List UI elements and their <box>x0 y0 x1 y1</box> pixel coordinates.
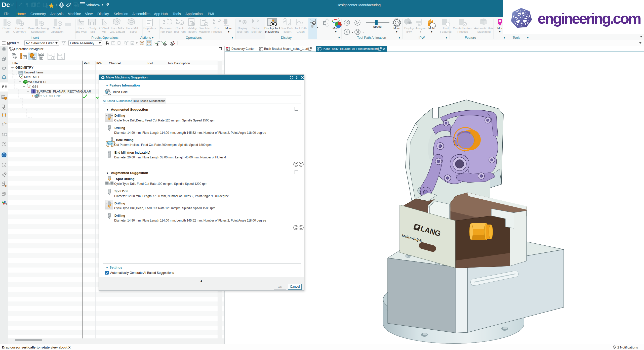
svg-text:SURFACE_PLANAR_RECTANGULAR: SURFACE_PLANAR_RECTANGULAR <box>36 90 91 93</box>
svg-text:y: y <box>30 84 31 86</box>
svg-text:G54: G54 <box>32 85 38 89</box>
svg-text:x: x <box>23 78 23 80</box>
svg-text:i: i <box>109 93 110 95</box>
svg-text:MCS: MCS <box>158 41 162 42</box>
svg-text:y: y <box>22 75 23 76</box>
svg-text:z: z <box>19 74 20 76</box>
svg-text:GEOMETRY: GEOMETRY <box>15 66 33 69</box>
svg-text:Window: Window <box>86 3 100 7</box>
svg-text:z: z <box>27 84 28 85</box>
svg-text:?: ? <box>296 76 298 79</box>
svg-text:Entire Assembly: Entire Assembly <box>70 41 94 45</box>
svg-text:Unused Items: Unused Items <box>24 71 44 74</box>
svg-text:MCS_MILL: MCS_MILL <box>24 75 40 79</box>
svg-text:Menu: Menu <box>7 41 16 45</box>
svg-text:x: x <box>31 88 31 89</box>
svg-text:engineering.com: engineering.com <box>538 10 641 27</box>
svg-text:WORKPIECE: WORKPIECE <box>28 80 48 84</box>
svg-text:2.5D_MILLING: 2.5D_MILLING <box>40 95 61 98</box>
svg-text:!: ! <box>32 95 33 98</box>
svg-text:No Selection Filter: No Selection Filter <box>26 41 54 45</box>
